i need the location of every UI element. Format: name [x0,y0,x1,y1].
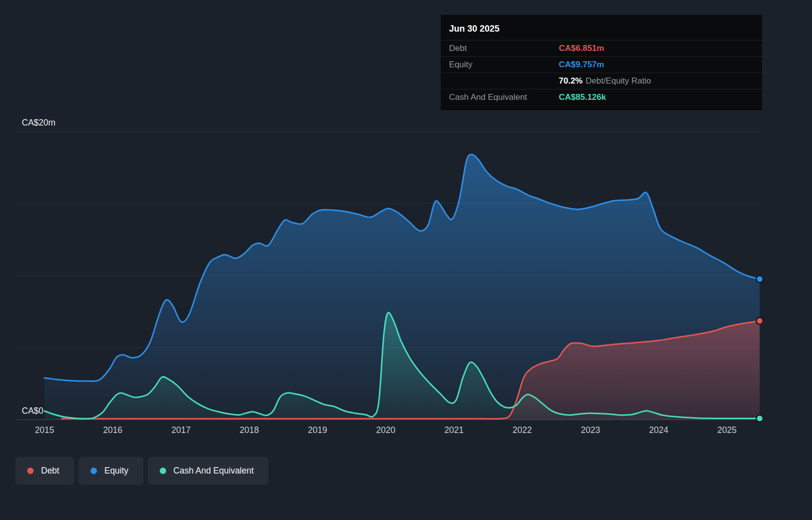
x-axis-year-2019: 2019 [294,425,341,435]
x-axis-year-2025: 2025 [703,425,751,435]
legend-equity-label: Equity [104,466,129,476]
x-axis-year-2018: 2018 [226,425,273,435]
x-axis-year-2020: 2020 [362,425,409,435]
x-axis-year-2015: 2015 [21,425,68,435]
x-axis-year-2016: 2016 [89,425,136,435]
y-axis-label-20m: CA$20m [22,118,55,128]
debt-end-dot [756,317,763,324]
series-areas [45,154,760,420]
x-axis-year-2024: 2024 [635,425,682,435]
legend-debt-label: Debt [41,466,59,476]
tooltip-date: Jun 30 2025 [441,17,762,40]
cash-dot-icon [160,468,166,474]
legend: Debt Equity Cash And Equivalent [15,457,269,485]
x-axis-year-2023: 2023 [567,425,614,435]
legend-item-equity[interactable]: Equity [79,457,143,485]
tooltip-cash-row: Cash And Equivalent CA$85.126k [441,89,762,105]
equity-dot-icon [90,468,97,474]
tooltip-ratio-label: Debt/Equity Ratio [586,76,651,86]
equity-end-dot [756,276,763,283]
tooltip-cash-value: CA$85.126k [559,92,606,102]
tooltip-debt-label: Debt [449,43,559,53]
y-axis-label-0m: CA$0 [22,406,44,416]
tooltip: Jun 30 2025 Debt CA$6.851m Equity CA$9.7… [441,15,762,110]
legend-item-cash[interactable]: Cash And Equivalent [148,457,269,485]
x-axis-year-2017: 2017 [157,425,205,435]
x-axis-year-2022: 2022 [498,425,546,435]
tooltip-equity-label: Equity [449,60,559,70]
legend-item-debt[interactable]: Debt [15,457,74,485]
tooltip-equity-value: CA$9.757m [559,60,604,70]
page: { "colors": { "debt": "#e15653", "equity… [0,0,812,520]
cash-and-equivalent-end-dot [756,415,763,422]
x-axis-year-2021: 2021 [430,425,478,435]
legend-cash-label: Cash And Equivalent [174,466,254,476]
tooltip-cash-label: Cash And Equivalent [449,92,559,102]
tooltip-equity-row: Equity CA$9.757m [441,56,762,73]
tooltip-debt-row: Debt CA$6.851m [441,40,762,56]
tooltip-debt-value: CA$6.851m [559,43,604,53]
debt-dot-icon [27,468,34,474]
tooltip-ratio-row: 70.2% Debt/Equity Ratio [441,73,762,89]
tooltip-ratio-value: 70.2% [559,76,583,86]
